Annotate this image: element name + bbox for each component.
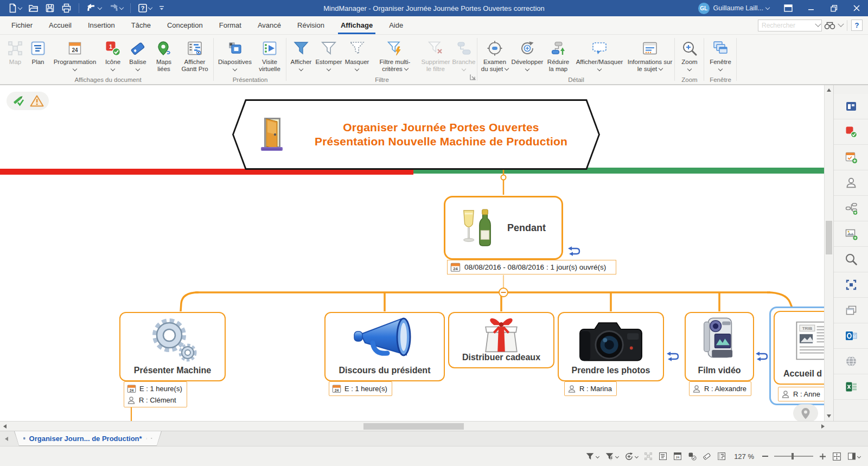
topic-prendre-photos[interactable]: Prendre les photos <box>558 312 664 381</box>
tab-affichage[interactable]: Affichage <box>333 16 381 34</box>
rail-task-info[interactable] <box>834 145 868 170</box>
close-tab-icon[interactable] <box>151 436 152 441</box>
float-tab-icon[interactable] <box>146 436 148 442</box>
pendant-date-info[interactable]: 08/08/2016 - 08/08/2016 : 1 jour(s) ouvr… <box>447 260 616 275</box>
status-outline-view-button[interactable] <box>659 452 667 461</box>
rail-web[interactable] <box>834 349 868 374</box>
film-info[interactable]: R : Alexandre <box>689 381 751 396</box>
discours-info[interactable]: E : 1 heure(s) <box>329 381 392 396</box>
rail-windows[interactable] <box>834 298 868 323</box>
topic-presenter-machine[interactable]: Présenter Machine <box>119 312 226 381</box>
zoom-out-button[interactable] <box>762 456 768 457</box>
afficher-gantt-pro-button[interactable]: Afficher Gantt Pro <box>177 37 212 76</box>
status-schedule-view-button[interactable]: 24 <box>673 452 682 461</box>
ribbon-display-button[interactable] <box>777 0 800 16</box>
vertical-scroll-thumb[interactable] <box>826 221 832 254</box>
new-document-button[interactable] <box>5 2 24 14</box>
photos-info[interactable]: R : Marina <box>564 381 617 396</box>
avatar[interactable]: GL <box>698 3 710 14</box>
minimize-button[interactable] <box>800 0 822 16</box>
presenter-machine-info[interactable]: E : 1 heure(s) R : Clément <box>124 381 187 407</box>
topic-pendant[interactable]: Pendant <box>444 196 563 260</box>
panel-toggle-button[interactable] <box>847 452 860 461</box>
fenetre-button[interactable]: Fenêtre <box>706 37 735 76</box>
restore-button[interactable] <box>822 0 845 16</box>
map-canvas[interactable]: Organiser Journée Portes Ouvertes Présen… <box>0 85 833 421</box>
chevron-down-icon[interactable] <box>765 5 770 9</box>
topic-distribuer-cadeaux[interactable]: Distribuer cadeaux <box>448 312 554 368</box>
filtre-masquer-button[interactable]: Masquer <box>343 37 371 76</box>
horizontal-scrollbar[interactable] <box>0 421 868 431</box>
rail-map-parts-panel[interactable] <box>834 94 868 119</box>
programmation-button[interactable]: 24 Programmation <box>49 37 100 76</box>
rail-icons-marker[interactable] <box>834 119 868 145</box>
undo-button[interactable] <box>84 2 104 14</box>
status-filter-button[interactable] <box>585 452 599 461</box>
rail-search[interactable] <box>834 247 868 272</box>
icone-button[interactable]: 1 Icône <box>100 37 125 76</box>
help-menu-button[interactable]: ? <box>136 2 154 14</box>
binoculars-icon[interactable] <box>824 21 836 30</box>
relationship-icon[interactable] <box>666 351 680 362</box>
scroll-down-arrow[interactable] <box>827 414 831 418</box>
relationship-icon[interactable] <box>755 351 769 362</box>
help-button[interactable]: ? <box>851 20 863 31</box>
print-button[interactable] <box>59 2 74 14</box>
filtre-estomper-button[interactable]: Estomper <box>314 37 343 76</box>
maps-liees-button[interactable]: Maps liées <box>150 37 177 76</box>
status-refresh-button[interactable] <box>624 452 638 461</box>
save-button[interactable] <box>43 2 57 14</box>
tab-avance[interactable]: Avancé <box>250 16 289 34</box>
rail-map-parts[interactable] <box>834 196 868 221</box>
rail-resources[interactable] <box>834 170 868 196</box>
rail-outlook[interactable] <box>834 323 868 349</box>
tab-fichier[interactable]: Fichier <box>3 16 41 34</box>
search-input[interactable] <box>758 20 822 31</box>
examen-du-sujet-button[interactable]: Examen du sujet <box>479 37 510 76</box>
reduire-la-map-button[interactable]: Réduire la map <box>544 37 572 76</box>
open-button[interactable] <box>26 2 41 14</box>
status-tags-view-button[interactable] <box>703 452 711 461</box>
zoom-in-button[interactable] <box>819 453 826 460</box>
tab-accueil[interactable]: Accueil <box>41 16 80 34</box>
supprimer-filtre-button[interactable]: Supprimer le filtre <box>419 37 452 76</box>
tab-insertion[interactable]: Insertion <box>80 16 123 34</box>
map-view-button[interactable]: Map <box>4 37 27 76</box>
topic-discours-president[interactable]: Discours du président <box>324 312 445 381</box>
user-name[interactable]: Guillaume Laill... <box>713 4 763 12</box>
tab-scroll-left-arrow[interactable] <box>5 437 8 441</box>
relationship-icon[interactable] <box>567 246 582 257</box>
edit-check-icon[interactable] <box>11 95 25 107</box>
tab-tache[interactable]: Tâche <box>123 16 159 34</box>
zoom-button[interactable]: Zoom <box>676 37 703 76</box>
filtre-afficher-button[interactable]: Afficher <box>288 37 314 76</box>
chevron-down-icon[interactable] <box>838 21 844 27</box>
tab-aide[interactable]: Aide <box>381 16 411 34</box>
status-power-filter-button[interactable] <box>605 452 618 461</box>
customize-toolbar-button[interactable] <box>156 4 167 12</box>
rail-excel[interactable] <box>834 374 868 400</box>
filtre-branche-button[interactable]: Branche <box>452 37 476 76</box>
topic-film-video[interactable]: Film vidéo <box>685 312 754 381</box>
afficher-masquer-button[interactable]: Afficher/Masquer <box>572 37 627 76</box>
informations-sujet-button[interactable]: Informations sur le sujet <box>627 37 673 76</box>
zoom-slider[interactable] <box>774 456 813 457</box>
rail-capture[interactable] <box>834 272 868 298</box>
scroll-left-arrow[interactable] <box>3 424 7 429</box>
tab-format[interactable]: Format <box>211 16 250 34</box>
tab-revision[interactable]: Révision <box>289 16 333 34</box>
balise-button[interactable]: Balise <box>125 37 150 76</box>
status-gantt-view-button[interactable] <box>717 452 726 461</box>
warning-icon[interactable] <box>30 94 44 107</box>
scroll-up-arrow[interactable] <box>827 88 831 92</box>
zoom-slider-handle[interactable] <box>792 453 794 459</box>
filtre-multi-criteres-button[interactable]: Filtre multi-critères <box>371 37 419 76</box>
status-icons-view-button[interactable] <box>688 452 697 461</box>
plan-view-button[interactable]: Plan <box>27 37 49 76</box>
visite-virtuelle-button[interactable]: Visite virtuelle <box>254 37 285 76</box>
developper-button[interactable]: Développer <box>510 37 544 76</box>
vertical-scrollbar[interactable] <box>824 85 833 421</box>
close-button[interactable] <box>845 0 868 16</box>
horizontal-scroll-thumb[interactable] <box>363 423 464 430</box>
central-topic[interactable]: Organiser Journée Portes Ouvertes Présen… <box>232 99 600 170</box>
